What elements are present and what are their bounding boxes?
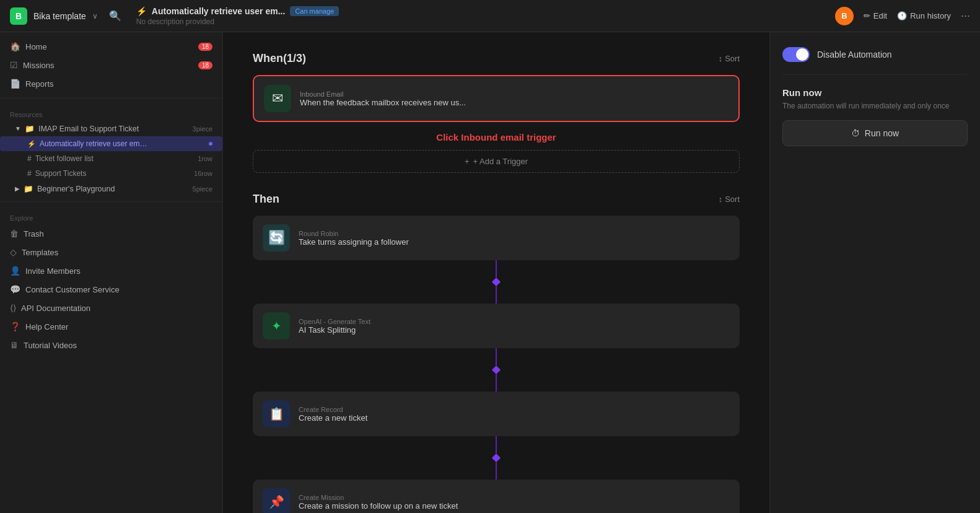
invite-label: Invite Members	[25, 266, 81, 276]
connector-line-1	[496, 260, 497, 278]
sidebar-item-invite[interactable]: 👤 Invite Members	[0, 261, 222, 280]
sidebar: 🏠 Home 18 ☑ Missions 18 📄 Reports Resour…	[0, 32, 223, 513]
page-title: Automatically retrieve user em...	[152, 6, 286, 16]
add-trigger-button[interactable]: + + Add a Trigger	[253, 150, 740, 173]
then-sort-label: Sort	[725, 195, 740, 204]
connector-diamond-3	[492, 454, 501, 462]
lightning-icon: ⚡	[136, 6, 147, 16]
invite-icon: 👤	[10, 266, 20, 276]
connector-1	[253, 260, 740, 304]
run-now-button[interactable]: ⏱ Run now	[782, 120, 968, 146]
main-content: When(1/3) ↕ Sort ✉ Inbound Email When th…	[223, 32, 980, 513]
create-mission-label: Create Mission	[299, 494, 458, 501]
disable-automation-row: Disable Automation	[782, 47, 968, 62]
round-robin-desc: Take turns assigning a follower	[299, 237, 409, 247]
create-record-info: Create Record Create a new ticket	[299, 406, 367, 423]
action-create-mission[interactable]: 📌 Create Mission Create a mission to fol…	[253, 480, 740, 513]
when-sort-button[interactable]: ↕ Sort	[719, 54, 740, 63]
sidebar-item-beginners[interactable]: ▶ 📁 Beginner's Playground 5piece	[0, 181, 222, 196]
ticket-follower-count: 1row	[198, 155, 212, 162]
when-sort-label: Sort	[725, 54, 740, 63]
app-logo[interactable]: B	[10, 7, 27, 25]
more-options-icon[interactable]: ···	[961, 9, 970, 22]
sidebar-item-home[interactable]: 🏠 Home 18	[0, 37, 222, 56]
folder-icon: 📁	[25, 124, 35, 133]
sort-icon-2: ↕	[719, 195, 723, 204]
title-row: ⚡ Automatically retrieve user em... Can …	[136, 6, 339, 16]
then-section-header: Then ↕ Sort	[253, 193, 740, 206]
missions-icon: ☑	[10, 60, 18, 70]
manage-badge: Can manage	[290, 6, 339, 16]
sidebar-item-help[interactable]: ❓ Help Center	[0, 317, 222, 336]
openai-desc: AI Task Splitting	[299, 325, 370, 335]
trash-label: Trash	[24, 229, 44, 239]
round-robin-icon: 🔄	[263, 224, 290, 252]
ticket-follower-label: Ticket follower list	[35, 154, 94, 163]
connector-line-4	[496, 374, 497, 392]
sidebar-item-api[interactable]: ⟨⟩ API Documentation	[0, 299, 222, 317]
sidebar-item-auto-retrieve[interactable]: ⚡ Automatically retrieve user emails a..…	[0, 136, 222, 151]
connector-2	[253, 348, 740, 392]
contact-icon: 💬	[10, 284, 20, 294]
action-openai[interactable]: ✦ OpenAI - Generate Text AI Task Splitti…	[253, 304, 740, 348]
explore-label: Explore	[0, 207, 222, 224]
round-robin-label: Round Robin	[299, 230, 409, 237]
sort-icon: ↕	[719, 54, 723, 63]
action-create-record[interactable]: 📋 Create Record Create a new ticket	[253, 392, 740, 436]
topbar: B Bika template ∨ 🔍 ⚡ Automatically retr…	[0, 0, 980, 32]
sidebar-item-templates[interactable]: ◇ Templates	[0, 243, 222, 261]
avatar[interactable]: B	[835, 7, 854, 25]
help-label: Help Center	[25, 322, 68, 331]
create-record-icon: 📋	[263, 400, 290, 428]
help-icon: ❓	[10, 322, 20, 331]
triangle-down-icon: ▼	[15, 125, 21, 132]
support-tickets-label: Support Tickets	[35, 169, 87, 178]
connector-diamond-2	[492, 366, 501, 374]
sidebar-item-tutorial[interactable]: 🖥 Tutorial Videos	[0, 336, 222, 354]
resources-label: Resources	[0, 103, 222, 121]
search-icon[interactable]: 🔍	[109, 10, 121, 22]
then-sort-button[interactable]: ↕ Sort	[719, 195, 740, 204]
page-subtitle: No description provided	[136, 17, 214, 26]
trigger-block[interactable]: ✉ Inbound Email When the feedback mailbo…	[253, 75, 740, 122]
sidebar-item-ticket-follower[interactable]: # Ticket follower list 1row	[0, 151, 222, 166]
disable-automation-toggle[interactable]	[782, 47, 810, 62]
history-icon: 🕐	[897, 11, 907, 20]
sidebar-item-imap-folder[interactable]: ▼ 📁 IMAP Email to Support Ticket 3piece	[0, 121, 222, 136]
auto-retrieve-label: Automatically retrieve user emails a...	[40, 139, 151, 148]
action-round-robin[interactable]: 🔄 Round Robin Take turns assigning a fol…	[253, 216, 740, 260]
contact-label: Contact Customer Service	[25, 285, 120, 294]
right-panel: Disable Automation Run now The automatio…	[769, 32, 980, 513]
sidebar-item-support-tickets[interactable]: # Support Tickets 16row	[0, 166, 222, 181]
sidebar-item-trash[interactable]: 🗑 Trash	[0, 224, 222, 243]
click-hint: Click Inbound email trigger	[253, 127, 740, 147]
home-badge: 18	[198, 43, 212, 51]
api-label: API Documentation	[21, 304, 90, 313]
create-record-label: Create Record	[299, 406, 367, 413]
missions-label: Missions	[23, 61, 55, 70]
topbar-center: ⚡ Automatically retrieve user em... Can …	[121, 6, 835, 26]
home-label: Home	[25, 42, 47, 51]
run-history-button[interactable]: 🕐 Run history	[897, 11, 951, 20]
sidebar-item-reports[interactable]: 📄 Reports	[0, 74, 222, 93]
sidebar-item-missions[interactable]: ☑ Missions 18	[0, 56, 222, 74]
folder-label: IMAP Email to Support Ticket	[38, 125, 139, 133]
connector-3	[253, 436, 740, 480]
run-now-title: Run now	[782, 87, 968, 98]
edit-label: Edit	[873, 11, 887, 20]
trash-icon: 🗑	[10, 229, 19, 239]
connector-line-3	[496, 348, 497, 366]
trigger-info: Inbound Email When the feedback mailbox …	[300, 90, 466, 107]
beginners-count: 5piece	[193, 185, 212, 193]
triangle-right-icon: ▶	[15, 185, 20, 192]
sidebar-divider-2	[0, 201, 222, 202]
round-robin-info: Round Robin Take turns assigning a follo…	[299, 230, 409, 247]
templates-label: Templates	[22, 248, 58, 257]
missions-badge: 18	[198, 61, 212, 69]
run-now-button-label: Run now	[865, 128, 899, 138]
trigger-icon: ✉	[264, 85, 291, 112]
workflow-canvas: When(1/3) ↕ Sort ✉ Inbound Email When th…	[223, 32, 769, 513]
connector-diamond-1	[492, 278, 501, 286]
sidebar-item-contact[interactable]: 💬 Contact Customer Service	[0, 280, 222, 299]
edit-button[interactable]: ✏ Edit	[864, 11, 887, 20]
